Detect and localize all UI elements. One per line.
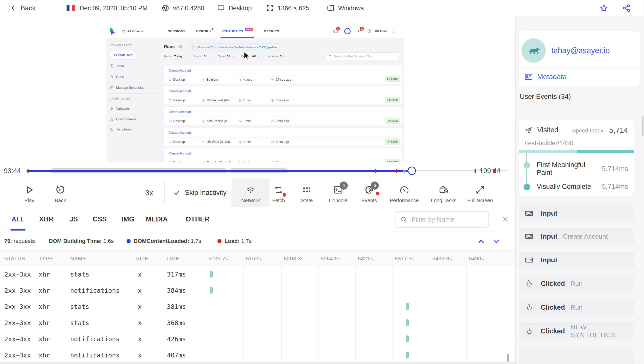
user-card: tahay@asayer.io Metadata: [519, 31, 640, 86]
session-datetime: Dec 09, 2020, 05:10 PM: [66, 0, 148, 16]
horizontal-scrollbar[interactable]: [0, 362, 515, 364]
project-selector-label: All Projects: [127, 30, 143, 33]
vertical-scrollbar-thumb[interactable]: [507, 354, 509, 362]
cli-banner: ⓘ Use our CLI to include your Synthetics…: [188, 43, 280, 51]
column-header-size: SIZE: [136, 256, 148, 262]
net-tab-css[interactable]: CSS: [93, 207, 107, 232]
red-dot-icon: [217, 239, 221, 243]
chevron-down-icon: [155, 30, 159, 33]
chevron-left-icon: [9, 4, 17, 12]
row-cell: stats: [70, 319, 89, 327]
run-device: Desktop: [168, 161, 202, 162]
runs-title: Runs 76: [164, 44, 182, 49]
run-device: Desktop: [168, 119, 202, 123]
timeline-connector: [532, 102, 532, 119]
divider: [110, 93, 158, 94]
panel-scrollbar-thumb[interactable]: [642, 116, 643, 136]
user-email-link[interactable]: tahay@asayer.io: [551, 46, 610, 55]
net-tab-xhr[interactable]: XHR: [39, 207, 54, 232]
skip-inactivity-toggle[interactable]: Skip Inactivity: [173, 178, 227, 207]
event-card-input[interactable]: Input: [519, 252, 634, 268]
play-icon: [24, 185, 35, 195]
run-ago: 3 hrs ago: [271, 161, 289, 162]
app-nav-tab-metrics: METRICS: [264, 24, 279, 38]
divider: [164, 137, 402, 138]
sidebar-item-variables: Variables: [110, 105, 130, 111]
back-10s-button[interactable]: 10 Back: [48, 178, 72, 207]
play-button[interactable]: Play: [18, 178, 41, 207]
run-device: Desktop: [168, 140, 202, 144]
event-card-partial[interactable]: [519, 349, 634, 364]
row-cell: 381ms: [167, 303, 186, 310]
run-location: Canada (Central): [202, 161, 238, 162]
playhead-handle[interactable]: [408, 167, 416, 175]
run-status-badge: PASSED: [385, 118, 400, 124]
event-card-clicked[interactable]: ClickedNEW SYNTHETICS: [519, 323, 634, 339]
net-tab-img[interactable]: IMG: [121, 207, 134, 232]
row-cell: 407ms: [167, 352, 186, 359]
net-tab-other[interactable]: OTHER: [186, 207, 210, 232]
event-card-clicked[interactable]: ClickedRun: [519, 300, 634, 315]
check-icon: [173, 189, 180, 196]
table-row[interactable]: 2xx–3xxxhrstatsx368ms: [0, 315, 515, 331]
net-tab-js[interactable]: JS: [69, 207, 78, 232]
net-tab-media[interactable]: MEDIA: [146, 207, 168, 232]
jump-previous-button[interactable]: [477, 237, 486, 246]
paint-progress-bar-filled: [577, 150, 634, 153]
tool-performance-button[interactable]: Performance: [385, 178, 423, 207]
error-marker[interactable]: [475, 169, 476, 173]
device-label: Desktop: [229, 5, 252, 12]
metric-row: First Meaningful Paint5,714ms: [537, 161, 628, 177]
run-card: Create AccountDesktopAsia Pacific (M...1…: [164, 107, 402, 125]
divider: [519, 68, 640, 69]
os-label: Windows: [338, 5, 364, 12]
runs-filter-location: LocationAll: [267, 55, 288, 58]
table-row[interactable]: 2xx–3xxxhrnotificationsx426ms: [0, 331, 515, 347]
speed-button[interactable]: 3x: [140, 189, 159, 197]
recorded-app-navbar: All Projects SESSIONSERRORSSYNTHETICSNEW…: [106, 24, 404, 38]
sidebar-item-templates: Templates: [110, 126, 131, 132]
metric-dot: [524, 184, 530, 190]
table-row[interactable]: 2xx–3xxxhrstatsx381ms: [0, 299, 515, 315]
share-button[interactable]: [622, 0, 631, 16]
blue-dot-icon: [127, 239, 131, 243]
table-row[interactable]: 2xx–3xxxhrnotificationsx407ms: [0, 347, 515, 363]
event-card-input[interactable]: Input: [519, 206, 634, 221]
visited-event-card[interactable]: Visited Speed Index 5,714 /test-builder/…: [519, 120, 634, 196]
row-cell: 2xx–3xx: [4, 287, 31, 294]
row-cell: xhr: [39, 319, 50, 327]
user-avatar: [522, 38, 546, 63]
tool-events-button[interactable]: Events6: [350, 178, 388, 207]
new-badge: NEW: [245, 28, 253, 31]
favorite-button[interactable]: [599, 0, 608, 16]
loading-spinner-icon: [344, 28, 351, 34]
tool-long-tasks-button[interactable]: Long Tasks: [425, 178, 463, 207]
run-ago: 3 hrs ago: [271, 99, 289, 102]
os-info: Windows: [327, 0, 364, 16]
jump-next-button[interactable]: [492, 237, 501, 246]
event-card-clicked[interactable]: ClickedRun: [519, 276, 634, 291]
event-dot[interactable]: [403, 170, 406, 173]
net-tab-all[interactable]: ALL: [11, 207, 24, 232]
tool-full-screen-button[interactable]: Full Screen: [461, 178, 499, 207]
close-panel-button[interactable]: [501, 215, 509, 223]
filter-by-name-input[interactable]: [411, 212, 484, 227]
error-marker[interactable]: [396, 169, 397, 173]
time-column-header: 5152s: [246, 256, 261, 262]
table-row[interactable]: 2xx–3xxxhrnotificationsx384ms: [0, 282, 515, 299]
wifi-icon: [245, 185, 256, 195]
metadata-button[interactable]: Metadata: [524, 72, 567, 81]
error-marker[interactable]: [375, 169, 376, 173]
player-timeline[interactable]: 93:44 109:44: [0, 163, 515, 178]
event-card-input[interactable]: InputCreate Account: [519, 229, 634, 244]
sidebar-item-tests: Tests: [110, 63, 124, 69]
total-time: 109:44: [480, 167, 501, 175]
divider: [164, 158, 402, 158]
row-cell: x: [138, 352, 142, 359]
table-row[interactable]: 2xx–3xxxhrstatsx317ms: [0, 266, 515, 282]
row-cell: 368ms: [167, 319, 186, 327]
back-button[interactable]: Back: [9, 0, 36, 16]
bell-badge: 13: [360, 27, 364, 31]
settings-gear-icon: [367, 29, 372, 34]
row-cell: xhr: [39, 287, 50, 294]
